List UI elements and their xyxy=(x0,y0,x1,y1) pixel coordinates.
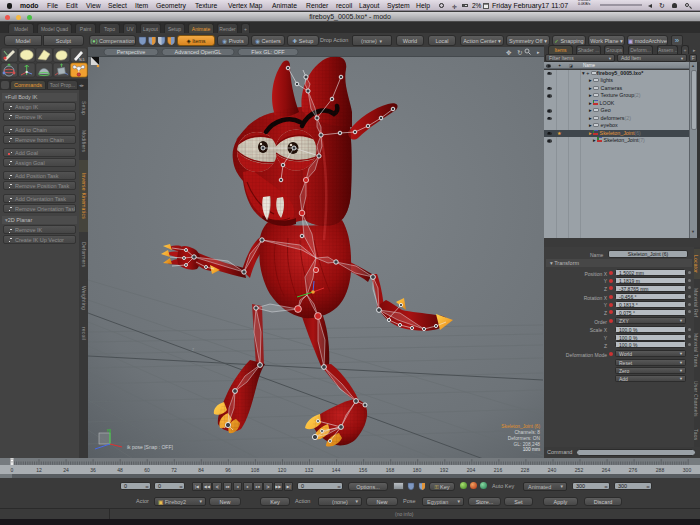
svg-text:24: 24 xyxy=(63,467,69,473)
svg-text:36: 36 xyxy=(90,467,96,473)
svg-text:300: 300 xyxy=(683,467,692,473)
svg-text:Deformers: ON: Deformers: ON xyxy=(508,436,541,441)
svg-text:276: 276 xyxy=(629,467,638,473)
svg-text:216: 216 xyxy=(494,467,503,473)
svg-text:100 mm: 100 mm xyxy=(523,447,540,452)
svg-text:Channels: 8: Channels: 8 xyxy=(514,430,540,435)
svg-text:Flex GL: OFF: Flex GL: OFF xyxy=(251,49,285,55)
svg-text:84: 84 xyxy=(198,467,204,473)
svg-text:132: 132 xyxy=(305,467,314,473)
svg-text:0: 0 xyxy=(11,467,14,473)
svg-text:72: 72 xyxy=(171,467,177,473)
svg-text:156: 156 xyxy=(359,467,368,473)
svg-text:60: 60 xyxy=(144,467,150,473)
svg-text:96: 96 xyxy=(225,467,231,473)
svg-text:Skeleton_Joint (6): Skeleton_Joint (6) xyxy=(501,424,540,429)
svg-text:144: 144 xyxy=(332,467,341,473)
svg-text:168: 168 xyxy=(386,467,395,473)
svg-text:N.5: N.5 xyxy=(79,58,85,62)
svg-text:228: 228 xyxy=(521,467,530,473)
svg-text:240: 240 xyxy=(548,467,557,473)
svg-text:180: 180 xyxy=(413,467,422,473)
svg-text:120: 120 xyxy=(278,467,287,473)
svg-text:204: 204 xyxy=(467,467,476,473)
svg-text:48: 48 xyxy=(117,467,123,473)
svg-text:252: 252 xyxy=(575,467,584,473)
svg-text:108: 108 xyxy=(251,467,260,473)
svg-text:12: 12 xyxy=(36,467,42,473)
svg-text:Perspective: Perspective xyxy=(117,49,146,55)
svg-text:GL: 208,248: GL: 208,248 xyxy=(514,442,541,447)
svg-text:264: 264 xyxy=(602,467,611,473)
svg-text:Advanced OpenGL: Advanced OpenGL xyxy=(175,49,222,55)
svg-text:y: y xyxy=(107,427,109,432)
svg-text:288: 288 xyxy=(656,467,665,473)
svg-text:✥: ✥ xyxy=(506,49,512,56)
svg-text:ik pose [Snap : OFF]: ik pose [Snap : OFF] xyxy=(127,444,173,450)
svg-text:↻: ↻ xyxy=(517,49,522,56)
svg-text:192: 192 xyxy=(440,467,449,473)
